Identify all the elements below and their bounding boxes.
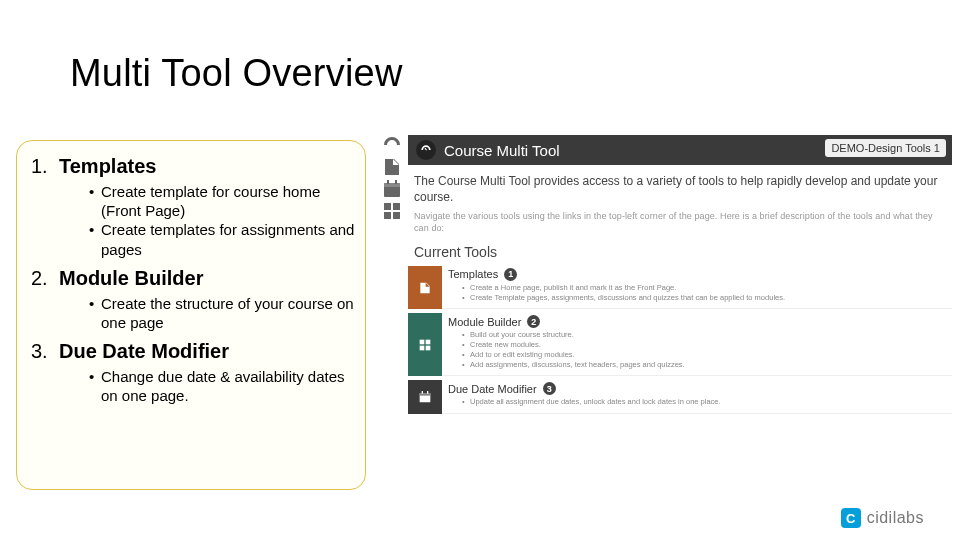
feature-heading: Module Builder <box>59 267 203 290</box>
svg-rect-8 <box>420 340 425 345</box>
feature-bullet: Change due date & availability dates on … <box>89 367 355 405</box>
panel-number-badge: 2 <box>527 315 540 328</box>
panel-header: Module Builder2 <box>448 315 946 330</box>
panel-items: Update all assignment due dates, unlock … <box>448 397 946 407</box>
svg-rect-15 <box>427 391 428 394</box>
feature-item-3: 3.Due Date Modifier <box>31 340 355 363</box>
brand-logo: C <box>841 508 861 528</box>
panel-item: Update all assignment due dates, unlock … <box>462 397 946 407</box>
svg-rect-11 <box>426 346 431 351</box>
svg-rect-1 <box>384 183 400 187</box>
footer-brand: C cidilabs <box>841 508 924 528</box>
feature-bullet: Create the structure of your course on o… <box>89 294 355 332</box>
feature-item-1: 1.Templates <box>31 155 355 178</box>
panel-item: Create a Home page, publish it and mark … <box>462 283 946 293</box>
course-badge: DEMO-Design Tools 1 <box>825 139 946 157</box>
svg-rect-7 <box>393 212 400 219</box>
panel-items: Create a Home page, publish it and mark … <box>448 283 946 303</box>
feature-heading: Due Date Modifier <box>59 340 229 363</box>
svg-rect-5 <box>393 203 400 210</box>
feature-bullets: Create the structure of your course on o… <box>89 294 355 332</box>
feature-number: 2. <box>31 267 59 290</box>
calendar-icon <box>408 380 442 414</box>
tool-header-title: Course Multi Tool <box>444 142 560 159</box>
slide-title: Multi Tool Overview <box>70 52 403 95</box>
import-icon <box>408 266 442 310</box>
feature-bullets: Change due date & availability dates on … <box>89 367 355 405</box>
panel-name: Module Builder <box>448 316 521 328</box>
svg-rect-13 <box>420 393 431 396</box>
feature-bullet: Create templates for assignments and pag… <box>89 220 355 258</box>
panel-number-badge: 1 <box>504 268 517 281</box>
grid-icon[interactable] <box>380 201 404 221</box>
feature-list-box: 1.TemplatesCreate template for course ho… <box>16 140 366 490</box>
dashboard-icon[interactable] <box>380 135 404 155</box>
screenshot-panel: Course Multi Tool DEMO-Design Tools 1 Th… <box>380 135 952 491</box>
feature-bullet: Create template for course home (Front P… <box>89 182 355 220</box>
tool-panel: Due Date Modifier3Update all assignment … <box>408 380 952 414</box>
brand-text: cidilabs <box>867 509 924 527</box>
tool-subdescription: Navigate the various tools using the lin… <box>408 211 952 242</box>
svg-rect-10 <box>420 346 425 351</box>
grid-icon <box>408 313 442 376</box>
svg-rect-4 <box>384 203 391 210</box>
panel-header: Due Date Modifier3 <box>448 382 946 397</box>
feature-heading: Templates <box>59 155 156 178</box>
panel-number-badge: 3 <box>543 382 556 395</box>
svg-rect-2 <box>387 180 389 184</box>
import-icon[interactable] <box>380 157 404 177</box>
tool-panel: Templates1Create a Home page, publish it… <box>408 266 952 310</box>
svg-rect-6 <box>384 212 391 219</box>
panel-item: Add assignments, discussions, text heade… <box>462 360 946 370</box>
panel-name: Due Date Modifier <box>448 383 537 395</box>
panel-item: Create Template pages, assignments, disc… <box>462 293 946 303</box>
svg-rect-9 <box>426 340 431 345</box>
svg-rect-14 <box>422 391 423 394</box>
gauge-icon <box>416 140 436 160</box>
panel-item: Add to or edit existing modules. <box>462 350 946 360</box>
feature-number: 3. <box>31 340 59 363</box>
tool-panel: Module Builder2Build out your course str… <box>408 313 952 376</box>
calendar-icon[interactable] <box>380 179 404 199</box>
feature-number: 1. <box>31 155 59 178</box>
feature-item-2: 2.Module Builder <box>31 267 355 290</box>
panel-header: Templates1 <box>448 268 946 283</box>
panel-item: Build out your course structure. <box>462 330 946 340</box>
tool-description: The Course Multi Tool provides access to… <box>408 165 952 211</box>
side-tabs <box>380 135 408 223</box>
current-tools-label: Current Tools <box>408 242 952 266</box>
svg-rect-3 <box>395 180 397 184</box>
panel-item: Create new modules. <box>462 340 946 350</box>
panel-name: Templates <box>448 268 498 280</box>
feature-bullets: Create template for course home (Front P… <box>89 182 355 259</box>
tool-header-bar: Course Multi Tool DEMO-Design Tools 1 <box>408 135 952 165</box>
panel-items: Build out your course structure.Create n… <box>448 330 946 369</box>
